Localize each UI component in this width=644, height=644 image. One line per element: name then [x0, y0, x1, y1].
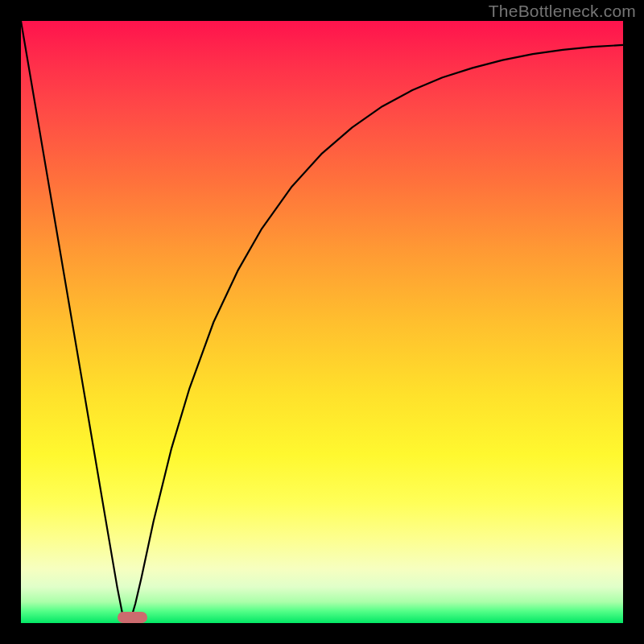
plot-area	[21, 21, 623, 623]
curve-layer	[21, 21, 623, 623]
chart-frame: TheBottleneck.com	[0, 0, 644, 644]
optimal-range-marker	[118, 612, 147, 623]
watermark-text: TheBottleneck.com	[489, 2, 636, 21]
bottleneck-curve	[21, 21, 623, 623]
